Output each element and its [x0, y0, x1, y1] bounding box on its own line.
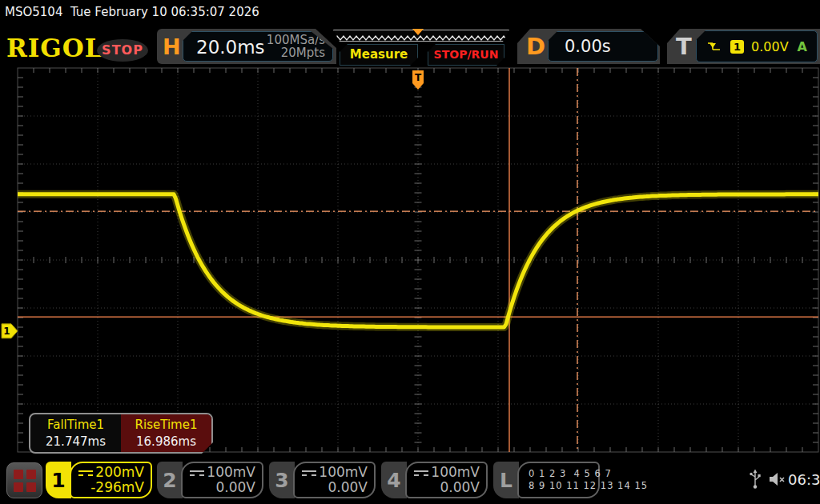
svg-text:T: T — [415, 72, 422, 83]
dc-coupling-icon — [302, 470, 316, 479]
channel-offset: 0.00V — [407, 480, 480, 495]
channel-offset: 0.00V — [183, 480, 255, 495]
channel-offset: 0.00V — [295, 480, 368, 495]
system-clock: 06:34 — [788, 471, 820, 488]
channel-1-ground-marker: 1 — [2, 324, 18, 338]
speaker-muted-icon[interactable] — [768, 472, 787, 486]
menu-grid-icon — [14, 470, 36, 492]
channel-2-box[interactable]: 2 100mV 0.00V — [157, 462, 263, 498]
channel-3-box[interactable]: 3 100mV 0.00V — [269, 462, 376, 498]
dc-coupling-icon — [414, 470, 428, 479]
logic-channels-box[interactable]: L 0 1 2 3 4 5 6 7 8 9 10 11 12 13 14 15 — [493, 462, 600, 498]
oscilloscope-screen: MSO5104 Tue February 10 06:35:07 2026 RI… — [0, 0, 820, 504]
dc-coupling-icon — [78, 470, 93, 479]
channel-1-box[interactable]: 1 200mV -296mV — [46, 462, 152, 498]
measurement-falltime-cell[interactable]: FallTime1 21.747ms — [30, 414, 121, 452]
channel-2-number: 2 — [157, 462, 183, 498]
menu-button[interactable] — [6, 462, 42, 498]
measurement-risetime-cell[interactable]: RiseTime1 16.986ms — [121, 414, 211, 452]
channel-3-number: 3 — [269, 462, 295, 498]
trigger-position-marker: T — [412, 70, 424, 90]
measurement-value: 21.747ms — [30, 434, 121, 449]
svg-text:1: 1 — [3, 326, 10, 337]
measurement-name: FallTime1 — [30, 418, 121, 432]
channel-4-number: 4 — [381, 462, 407, 498]
measurement-results-panel[interactable]: FallTime1 21.747ms RiseTime1 16.986ms — [29, 413, 213, 454]
channel-offset: -296mV — [71, 480, 144, 495]
logic-row-0-7: 0 1 2 3 4 5 6 7 — [519, 468, 592, 480]
channel-4-box[interactable]: 4 100mV 0.00V — [381, 462, 488, 498]
usb-icon — [750, 469, 761, 490]
channel-1-number: 1 — [46, 462, 71, 498]
measurement-name: RiseTime1 — [121, 418, 211, 432]
logic-label: L — [493, 462, 519, 498]
measurement-value: 16.986ms — [121, 434, 211, 449]
logic-row-8-15: 8 9 10 11 12 13 14 15 — [519, 480, 592, 492]
dc-coupling-icon — [190, 470, 204, 479]
